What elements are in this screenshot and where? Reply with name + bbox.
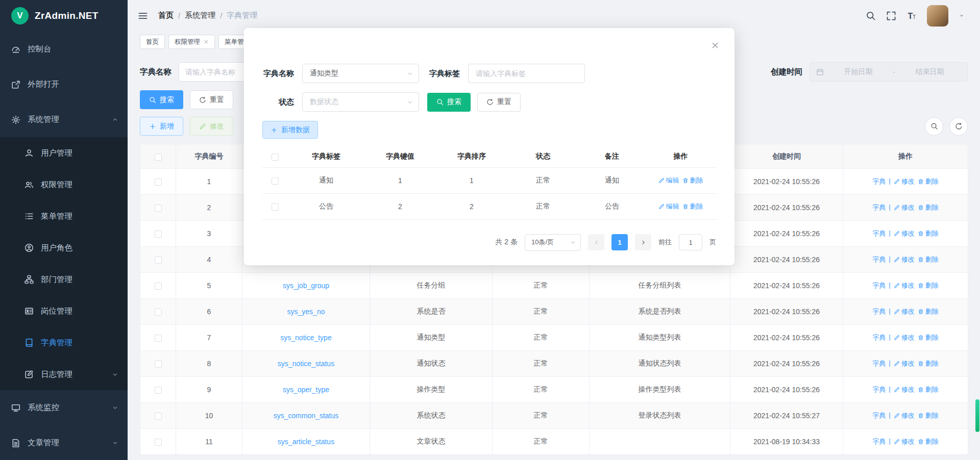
row-checkbox[interactable] xyxy=(155,231,162,238)
row-checkbox[interactable] xyxy=(155,413,162,420)
edit-button[interactable]: 修改 xyxy=(190,117,233,136)
scrollbar-thumb[interactable] xyxy=(975,399,979,432)
close-icon[interactable] xyxy=(204,39,209,44)
sidebar-item-article-management[interactable]: 文章管理 xyxy=(0,425,128,460)
row-checkbox[interactable] xyxy=(155,335,162,342)
delete-link[interactable]: 删除 xyxy=(918,411,939,420)
edit-link[interactable]: 修改 xyxy=(894,255,915,264)
edit-link[interactable]: 修改 xyxy=(894,229,915,238)
sidebar-item-user-roles[interactable]: 用户角色 xyxy=(0,232,128,264)
sidebar-item-log-management[interactable]: 日志管理 xyxy=(0,359,128,390)
dict-name-select[interactable]: 通知类型 xyxy=(302,64,419,83)
row-checkbox[interactable] xyxy=(155,205,162,212)
dialog-search-button[interactable]: 搜索 xyxy=(427,93,471,112)
toggle-search-button[interactable] xyxy=(925,117,943,136)
sidebar-item-system-management[interactable]: 系统管理 xyxy=(0,102,128,137)
dict-type-link[interactable]: sys_notice_type xyxy=(280,334,331,342)
row-checkbox[interactable] xyxy=(155,283,162,290)
sidebar-item-external-open[interactable]: 外部打开 xyxy=(0,67,128,102)
dict-type-link[interactable]: sys_notice_status xyxy=(278,360,334,368)
tab-item[interactable]: 权限管理 xyxy=(168,35,215,49)
delete-link[interactable]: 删除 xyxy=(682,202,703,211)
sidebar-item-permission-management[interactable]: 权限管理 xyxy=(0,169,128,200)
dict-link[interactable]: 字典 xyxy=(872,359,886,368)
edit-link[interactable]: 编辑 xyxy=(658,176,679,185)
dict-link[interactable]: 字典 xyxy=(872,281,886,290)
delete-link[interactable]: 删除 xyxy=(682,176,703,185)
edit-link[interactable]: 修改 xyxy=(894,203,915,212)
dict-link[interactable]: 字典 xyxy=(872,385,886,394)
edit-link[interactable]: 修改 xyxy=(894,177,915,186)
edit-link[interactable]: 编辑 xyxy=(658,202,679,211)
dict-link[interactable]: 字典 xyxy=(872,229,886,238)
breadcrumb-item[interactable]: 系统管理 xyxy=(185,11,215,20)
sidebar-item-dict-management[interactable]: 字典管理 xyxy=(0,327,128,359)
close-icon[interactable] xyxy=(711,41,719,49)
next-page-button[interactable] xyxy=(635,234,651,250)
sidebar-item-dashboard[interactable]: 控制台 xyxy=(0,32,128,67)
dict-label-input[interactable] xyxy=(468,64,585,83)
breadcrumb-item[interactable]: 首页 xyxy=(158,11,174,20)
date-range-picker[interactable]: 开始日期 - 结束日期 xyxy=(810,62,968,82)
row-checkbox[interactable] xyxy=(155,257,162,264)
sidebar-item-menu-management[interactable]: 菜单管理 xyxy=(0,200,128,232)
edit-link[interactable]: 修改 xyxy=(894,333,915,342)
delete-link[interactable]: 删除 xyxy=(918,229,939,238)
delete-link[interactable]: 删除 xyxy=(918,385,939,394)
add-data-button[interactable]: 新增数据 xyxy=(262,121,318,139)
page-size-select[interactable]: 10条/页 xyxy=(525,234,581,251)
delete-link[interactable]: 删除 xyxy=(918,333,939,342)
edit-link[interactable]: 修改 xyxy=(894,385,915,394)
select-all-checkbox[interactable] xyxy=(140,144,176,169)
delete-link[interactable]: 删除 xyxy=(918,359,939,368)
goto-page-input[interactable] xyxy=(679,234,702,250)
search-button[interactable]: 搜索 xyxy=(140,90,183,109)
search-icon[interactable] xyxy=(866,11,876,21)
prev-page-button[interactable] xyxy=(588,234,604,250)
edit-link[interactable]: 修改 xyxy=(894,359,915,368)
add-button[interactable]: 新增 xyxy=(140,117,183,136)
edit-link[interactable]: 修改 xyxy=(894,437,915,446)
dialog-reset-button[interactable]: 重置 xyxy=(477,93,521,112)
refresh-button[interactable] xyxy=(949,117,968,136)
hamburger-icon[interactable] xyxy=(138,11,148,21)
row-checkbox[interactable] xyxy=(155,309,162,316)
row-checkbox[interactable] xyxy=(155,387,162,394)
dict-type-link[interactable]: sys_article_status xyxy=(278,438,334,446)
dict-type-link[interactable]: sys_oper_type xyxy=(283,386,329,394)
sidebar-item-system-monitor[interactable]: 系统监控 xyxy=(0,390,128,425)
dict-link[interactable]: 字典 xyxy=(872,177,886,186)
row-checkbox[interactable] xyxy=(272,177,279,185)
avatar[interactable] xyxy=(927,5,948,27)
row-checkbox[interactable] xyxy=(155,361,162,368)
sidebar-item-post-management[interactable]: 岗位管理 xyxy=(0,295,128,327)
dict-link[interactable]: 字典 xyxy=(872,203,886,212)
breadcrumb-item[interactable]: 字典管理 xyxy=(227,11,257,20)
dict-type-link[interactable]: sys_yes_no xyxy=(287,308,325,316)
fullscreen-icon[interactable] xyxy=(886,11,896,21)
delete-link[interactable]: 删除 xyxy=(918,307,939,316)
sidebar-item-user-management[interactable]: 用户管理 xyxy=(0,137,128,169)
edit-link[interactable]: 修改 xyxy=(894,411,915,420)
dict-link[interactable]: 字典 xyxy=(872,255,886,264)
select-all-checkbox[interactable] xyxy=(262,146,288,167)
delete-link[interactable]: 删除 xyxy=(918,203,939,212)
delete-link[interactable]: 删除 xyxy=(918,281,939,290)
dict-type-link[interactable]: sys_job_group xyxy=(283,282,329,290)
caret-down-icon[interactable] xyxy=(959,13,965,19)
current-page-button[interactable]: 1 xyxy=(611,234,628,250)
status-select[interactable]: 数据状态 xyxy=(302,92,419,112)
tab-item[interactable]: 首页 xyxy=(140,35,165,49)
delete-link[interactable]: 删除 xyxy=(918,177,939,186)
dict-link[interactable]: 字典 xyxy=(872,333,886,342)
reset-button[interactable]: 重置 xyxy=(190,90,233,109)
row-checkbox[interactable] xyxy=(155,178,162,186)
dict-type-link[interactable]: sys_common_status xyxy=(274,412,339,420)
row-checkbox[interactable] xyxy=(272,203,279,211)
dict-link[interactable]: 字典 xyxy=(872,437,886,446)
page-scrollbar[interactable] xyxy=(975,0,980,460)
font-size-icon[interactable]: TT xyxy=(906,11,917,21)
dict-link[interactable]: 字典 xyxy=(872,411,886,420)
dict-link[interactable]: 字典 xyxy=(872,307,886,316)
sidebar-item-department-management[interactable]: 部门管理 xyxy=(0,264,128,295)
